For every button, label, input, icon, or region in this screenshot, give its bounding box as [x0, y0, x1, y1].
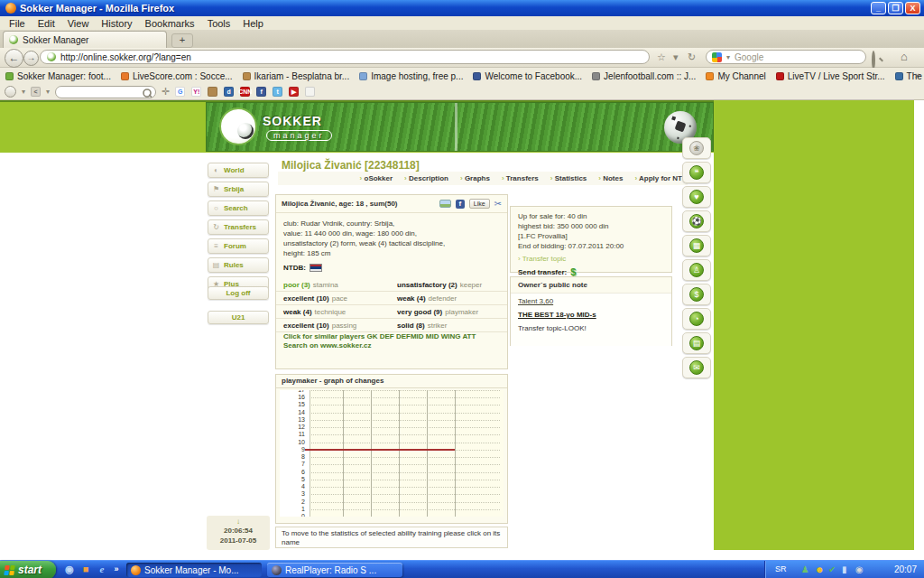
back-button[interactable]: ←: [5, 49, 23, 68]
search-engine-dropdown-icon[interactable]: ▾: [726, 53, 730, 61]
subnav-link[interactable]: Notes: [598, 174, 623, 182]
search-go-icon[interactable]: [872, 52, 875, 69]
sidebar-item-logoff[interactable]: Log off: [208, 286, 269, 300]
rail-tile[interactable]: ✉: [682, 357, 711, 378]
bookmark-item[interactable]: Image hosting, free p...: [359, 71, 463, 81]
subnav-link[interactable]: Transfers: [502, 174, 539, 182]
skill-name[interactable]: passing: [332, 322, 357, 330]
quicklaunch-overflow-chevron[interactable]: »: [110, 564, 123, 576]
bookmark-item[interactable]: Ikariam - Besplatna br...: [243, 71, 350, 81]
bookmark-item[interactable]: LiveScore.com : Socce...: [121, 71, 233, 81]
menu-item[interactable]: View: [61, 18, 96, 29]
addon-site-icon[interactable]: Y!: [191, 87, 201, 97]
like-button[interactable]: Like: [469, 199, 490, 209]
addon-site-icon[interactable]: t: [273, 87, 282, 97]
subnav-link[interactable]: oSokker: [360, 174, 393, 182]
sidebar-item[interactable]: ◐ World: [208, 163, 269, 178]
owner-note-item[interactable]: Talent 3,60: [511, 294, 671, 307]
menu-item[interactable]: Help: [236, 18, 270, 29]
skill-name[interactable]: keeper: [460, 281, 482, 289]
quicklaunch-ie-icon[interactable]: e: [96, 564, 108, 576]
owner-note-item[interactable]: THE BEST 18-yo MID-s: [511, 307, 671, 321]
sidebar-item-u21[interactable]: U21: [208, 311, 269, 324]
skill-name[interactable]: technique: [315, 308, 346, 316]
tray-user-status-icon[interactable]: ♟: [801, 564, 809, 575]
tab-sokker-manager[interactable]: Sokker Manager: [3, 31, 167, 48]
rail-tile[interactable]: ◔: [682, 308, 711, 330]
taskbar-task-realplayer[interactable]: RealPlayer: Radio S ...: [267, 563, 402, 577]
tray-volume-icon[interactable]: ◉: [855, 564, 864, 575]
start-button[interactable]: start: [0, 561, 56, 578]
rail-tile[interactable]: ▤: [682, 332, 711, 354]
addon-site-icon[interactable]: CNN: [240, 87, 250, 97]
minimize-button[interactable]: _: [871, 2, 886, 14]
addon-search-input[interactable]: [55, 86, 156, 98]
transfer-topic-link[interactable]: Transfer topic: [518, 255, 664, 263]
reload-icon[interactable]: ↻: [688, 51, 696, 63]
menu-item[interactable]: File: [3, 18, 32, 29]
addon-site-icon[interactable]: ▶: [289, 87, 299, 97]
rail-tile[interactable]: ⚽: [682, 210, 711, 232]
sidebar-item[interactable]: ▤ Rules: [208, 257, 269, 273]
home-icon[interactable]: ⌂: [901, 50, 908, 63]
share-icon[interactable]: <: [31, 87, 41, 97]
bookmarks-overflow-chevron[interactable]: »: [915, 70, 920, 80]
serbia-flag-icon[interactable]: [310, 264, 322, 272]
sidebar-item[interactable]: ≡ Forum: [208, 238, 269, 254]
skill-name[interactable]: playmaker: [445, 308, 478, 316]
subnav-link[interactable]: Graphs: [460, 174, 490, 182]
menu-item[interactable]: History: [95, 18, 138, 29]
search-box[interactable]: ▾ Google: [706, 50, 866, 64]
sokker-cz-link[interactable]: Search on www.sokker.cz: [283, 341, 476, 350]
skill-name[interactable]: striker: [428, 322, 448, 330]
bookmark-star-icon[interactable]: ☆: [657, 51, 666, 63]
facebook-icon[interactable]: f: [456, 200, 465, 209]
subnav-link[interactable]: Apply for NT: [634, 174, 682, 182]
similar-players-links[interactable]: Click for similar players GK DEF DEFMID …: [283, 332, 476, 350]
rail-tile[interactable]: ❝: [682, 162, 711, 183]
sidebar-item[interactable]: ○ Search: [208, 200, 269, 216]
rail-tile[interactable]: ❀: [682, 137, 711, 159]
addon-site-icon[interactable]: d: [224, 87, 234, 97]
history-dropdown-icon[interactable]: ▾: [673, 51, 679, 63]
subnav-link[interactable]: Statistics: [550, 174, 587, 182]
compare-players-icon[interactable]: ✂: [494, 200, 502, 209]
new-tab-button[interactable]: +: [171, 33, 193, 48]
rail-tile[interactable]: ▦: [682, 235, 711, 256]
taskbar-task-sokker[interactable]: Sokker Manager - Mo...: [126, 563, 262, 577]
menu-item[interactable]: Tools: [201, 18, 237, 29]
addon-site-icon[interactable]: [305, 87, 315, 97]
quicklaunch-messenger-icon[interactable]: ◉: [63, 564, 76, 576]
url-bar[interactable]: http://online.sokker.org/?lang=en: [40, 50, 650, 64]
quicklaunch-app-icon[interactable]: ■: [79, 564, 92, 576]
language-indicator[interactable]: SR: [771, 564, 791, 575]
restore-button[interactable]: ❐: [888, 2, 903, 14]
menu-item[interactable]: Edit: [32, 18, 61, 29]
forward-button[interactable]: →: [23, 51, 39, 66]
menu-item[interactable]: Bookmarks: [139, 18, 201, 29]
close-button[interactable]: X: [905, 2, 920, 14]
share-dropdown-icon[interactable]: ▾: [46, 88, 50, 96]
bookmark-item[interactable]: Jelenfootball.com :: J...: [592, 71, 696, 81]
addon-site-icon[interactable]: f: [256, 87, 266, 97]
addon-site-icon[interactable]: [208, 87, 217, 97]
screenshot-icon[interactable]: [439, 200, 451, 208]
rail-tile[interactable]: $: [682, 284, 711, 305]
tray-smiley-icon[interactable]: ☻: [815, 564, 825, 575]
similar-players-line[interactable]: Click for similar players GK DEF DEFMID …: [283, 332, 476, 341]
bookmark-item[interactable]: LiveTV / Live Sport Str...: [776, 71, 885, 81]
sidebar-item[interactable]: ⚑ Srbija: [208, 182, 269, 197]
tray-network-icon[interactable]: ▮: [842, 564, 847, 575]
skill-name[interactable]: pace: [332, 294, 347, 303]
skill-name[interactable]: stamina: [313, 281, 338, 289]
rail-tile[interactable]: ♥: [682, 186, 711, 208]
subnav-link[interactable]: Description: [404, 174, 448, 182]
tray-antivirus-icon[interactable]: ✔: [828, 564, 836, 575]
skill-name[interactable]: defender: [429, 294, 457, 303]
rail-tile[interactable]: ♙: [682, 259, 711, 281]
bookmark-item[interactable]: Sokker Manager: foot...: [5, 71, 111, 81]
bookmark-item[interactable]: My Channel: [706, 71, 765, 81]
owner-note-item[interactable]: Transfer topic-LOOK!: [511, 321, 671, 334]
sidebar-item[interactable]: ↻ Transfers: [208, 219, 269, 235]
addon-dropdown-icon[interactable]: ▾: [22, 88, 25, 96]
